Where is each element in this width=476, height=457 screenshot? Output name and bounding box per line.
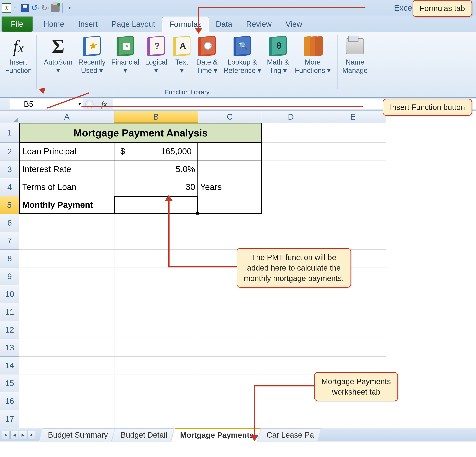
cell-d5[interactable] [262,196,320,214]
save-button[interactable] [20,3,30,13]
cell-e1[interactable] [320,123,386,143]
row-header-8[interactable]: 8 [0,250,19,267]
cell-b3[interactable]: 5.0% [114,160,198,178]
col-header-d[interactable]: D [262,111,320,123]
cell-d3[interactable] [262,160,320,178]
cell-d11[interactable] [262,303,320,321]
cell-c17[interactable] [198,410,262,428]
cell-a4[interactable]: Terms of Loan [19,178,114,196]
row-header-7[interactable]: 7 [0,232,19,250]
cell-d16[interactable] [262,392,320,410]
col-header-a[interactable]: A [19,111,114,123]
cell-b7[interactable] [114,232,198,250]
cell-d14[interactable] [262,357,320,374]
cell-e10[interactable] [320,285,386,303]
select-all-corner[interactable] [0,111,19,123]
excel-app-icon[interactable]: X [2,3,11,13]
cell-c14[interactable] [198,357,262,374]
cell-a1-title[interactable]: Mortgage Payment Analysis [19,123,262,143]
cell-c12[interactable] [198,321,262,339]
cell-c13[interactable] [198,339,262,357]
more-functions-button[interactable]: More Functions ▾ [292,34,333,76]
cell-e13[interactable] [320,339,386,357]
sheet-nav-prev-button[interactable]: ◀ [10,431,18,439]
col-header-e[interactable]: E [320,111,386,123]
cell-a16[interactable] [19,392,114,410]
row-header-5[interactable]: 5 [0,196,19,214]
cell-e5[interactable] [320,196,386,214]
sheet-tab-car-lease[interactable]: Car Lease Pa [258,429,321,441]
text-button[interactable]: A Text▾ [170,34,193,76]
cell-e11[interactable] [320,303,386,321]
cell-e12[interactable] [320,321,386,339]
cell-b8[interactable] [114,250,198,267]
cell-d4[interactable] [262,178,320,196]
cell-b17[interactable] [114,410,198,428]
cell-a8[interactable] [19,250,114,267]
cell-b13[interactable] [114,339,198,357]
cell-a11[interactable] [19,303,114,321]
sheet-tab-budget-summary[interactable]: Budget Summary [39,429,115,441]
cell-d7[interactable] [262,232,320,250]
row-header-15[interactable]: 15 [0,374,19,392]
cell-e4[interactable] [320,178,386,196]
row-header-11[interactable]: 11 [0,303,19,321]
cell-b6[interactable] [114,214,198,232]
tab-insert[interactable]: Insert [71,17,104,32]
cell-b14[interactable] [114,357,198,374]
cell-a6[interactable] [19,214,114,232]
cell-a5[interactable]: Monthly Payment [19,196,114,214]
cell-a9[interactable] [19,267,114,285]
cell-e17[interactable] [320,410,386,428]
quick-print-button[interactable] [51,3,60,13]
row-header-1[interactable]: 1 [0,123,19,143]
recently-used-button[interactable]: ★ Recently Used ▾ [76,34,108,76]
col-header-c[interactable]: C [198,111,262,123]
cell-c15[interactable] [198,374,262,392]
lookup-reference-button[interactable]: 🔍 Lookup & Reference ▾ [221,34,264,76]
cell-c3[interactable] [198,160,262,178]
cell-e6[interactable] [320,214,386,232]
cell-a15[interactable] [19,374,114,392]
math-trig-button[interactable]: θ Math & Trig ▾ [264,34,292,76]
date-time-button[interactable]: 🕓 Date & Time ▾ [193,34,221,76]
cell-d15[interactable] [262,374,320,392]
cell-c11[interactable] [198,303,262,321]
cell-e2[interactable] [320,143,386,160]
fx-icon[interactable]: fx [101,100,107,109]
row-header-10[interactable]: 10 [0,285,19,303]
cell-d13[interactable] [262,339,320,357]
row-header-14[interactable]: 14 [0,357,19,374]
row-header-9[interactable]: 9 [0,267,19,285]
cell-b15[interactable] [114,374,198,392]
customize-qat-button[interactable]: ▼ [65,3,74,13]
undo-button[interactable]: ↻▾ [30,3,40,13]
sheet-nav-last-button[interactable]: ⏭ [27,431,35,439]
cell-a12[interactable] [19,321,114,339]
file-tab[interactable]: File [1,17,33,32]
cell-a7[interactable] [19,232,114,250]
tab-data[interactable]: Data [209,17,239,32]
cell-b16[interactable] [114,392,198,410]
cell-b4[interactable]: 30 [114,178,198,196]
sheet-tab-budget-detail[interactable]: Budget Detail [112,429,174,441]
cell-a2[interactable]: Loan Principal [19,143,114,160]
cell-e7[interactable] [320,232,386,250]
name-box[interactable]: B5 ▼ [10,99,83,109]
insert-function-button[interactable]: fx Insert Function [2,34,35,76]
financial-button[interactable]: ▦ Financial▾ [108,34,142,76]
tab-view[interactable]: View [279,17,309,32]
cell-d2[interactable] [262,143,320,160]
sheet-nav-first-button[interactable]: ⏮ [2,431,10,439]
cell-c7[interactable] [198,232,262,250]
row-header-16[interactable]: 16 [0,392,19,410]
cell-a3[interactable]: Interest Rate [19,160,114,178]
row-header-13[interactable]: 13 [0,339,19,357]
cell-d17[interactable] [262,410,320,428]
cell-e3[interactable] [320,160,386,178]
tab-home[interactable]: Home [36,17,71,32]
cell-e14[interactable] [320,357,386,374]
row-header-3[interactable]: 3 [0,160,19,178]
cell-d10[interactable] [262,285,320,303]
cell-b5[interactable] [114,196,198,214]
